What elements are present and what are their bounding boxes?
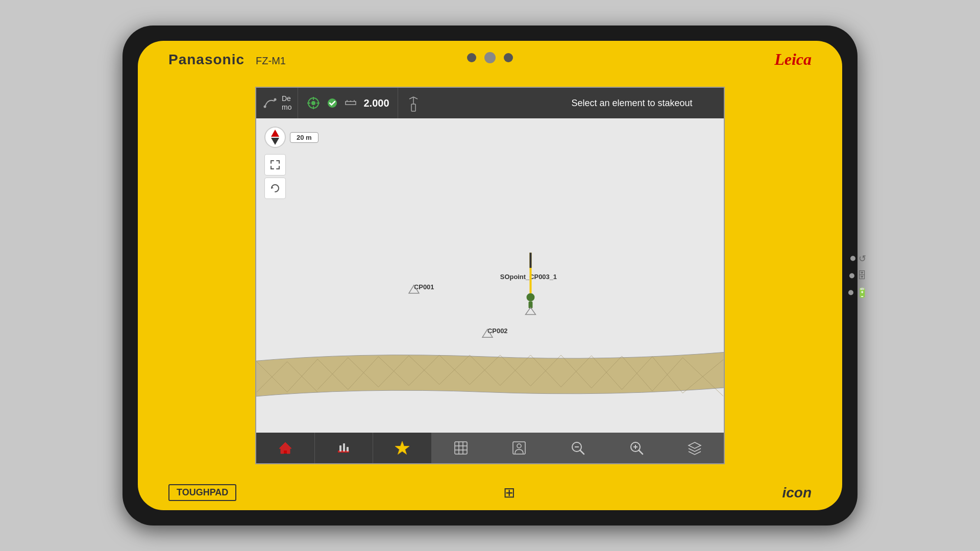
svg-rect-51	[339, 445, 341, 452]
windows-icon: ⊞	[503, 484, 515, 501]
brand-panasonic: Panasonic	[168, 52, 244, 68]
svg-point-1	[274, 98, 277, 101]
zoom-in-button[interactable]	[607, 433, 666, 463]
sopoint-label: SOpoint_CP003_1	[500, 273, 557, 281]
route-icon	[262, 95, 278, 111]
grid-button[interactable]	[432, 433, 491, 463]
stakeout-text: Select an element to stakeout	[571, 98, 692, 109]
scale-bar: 20 m	[290, 132, 318, 143]
map-area[interactable]: CP001 SOpoint_CP003_1	[256, 118, 724, 433]
svg-point-0	[264, 106, 266, 108]
svg-point-8	[328, 98, 337, 108]
check-icon	[327, 97, 338, 109]
battery-indicator-icon: 🔋	[856, 287, 868, 298]
svg-rect-13	[411, 104, 415, 111]
demo-label: De mo	[282, 94, 291, 112]
north-arrow-down	[271, 138, 279, 145]
refresh-button[interactable]	[264, 178, 286, 199]
stakeout-message-box: Select an element to stakeout	[540, 88, 724, 118]
svg-line-15	[409, 97, 413, 99]
brand-leica: Leica	[774, 50, 812, 69]
stakeout-button[interactable]	[491, 433, 549, 463]
toolbar-gps-section: 2.000	[298, 88, 398, 118]
svg-rect-49	[284, 450, 287, 454]
model-name: FZ-M1	[256, 55, 286, 67]
map-svg: CP001 SOpoint_CP003_1	[256, 118, 724, 433]
svg-line-16	[413, 97, 418, 99]
svg-rect-9	[346, 102, 356, 105]
terrain-group	[256, 352, 724, 397]
toughpad-label: TOUGHPAD	[168, 484, 236, 501]
database-indicator-icon: 🗄	[857, 270, 867, 281]
right-indicators: ↺ 🗄 🔋	[848, 253, 868, 298]
indicator-dot-3	[848, 290, 853, 295]
north-circle	[264, 127, 286, 148]
map-controls	[264, 154, 286, 199]
screen: De mo	[255, 87, 725, 464]
svg-point-60	[517, 444, 521, 448]
svg-point-7	[311, 101, 315, 105]
toolbar-signal-section	[398, 88, 429, 118]
bottom-toolbar	[256, 433, 724, 463]
surveyor-head	[527, 293, 535, 302]
north-arrow-up	[271, 130, 279, 137]
toolbar-demo-section: De mo	[256, 88, 298, 118]
indicator-dot-1	[850, 256, 855, 261]
tablet-bottom-bar: TOUGHPAD ⊞ icon	[138, 484, 842, 501]
zoom-out-button[interactable]	[549, 433, 607, 463]
tablet-body: Panasonic FZ-M1 Leica De mo	[138, 41, 842, 510]
signal-icon	[406, 94, 421, 112]
favorites-button[interactable]	[373, 433, 432, 463]
svg-line-63	[580, 450, 584, 455]
tablet-top-bar: Panasonic FZ-M1 Leica	[138, 46, 842, 73]
layers-button[interactable]	[666, 433, 724, 463]
scale-icon	[344, 96, 357, 110]
svg-rect-52	[343, 443, 345, 452]
svg-rect-54	[455, 442, 467, 454]
svg-rect-53	[347, 447, 349, 452]
tablet-device: Panasonic FZ-M1 Leica De mo	[122, 26, 857, 525]
fullscreen-button[interactable]	[264, 154, 286, 176]
scale-value: 2.000	[363, 97, 389, 109]
gps-icon	[306, 96, 321, 110]
icon-brand-label: icon	[782, 485, 812, 501]
home-button[interactable]	[256, 433, 315, 463]
tools-button[interactable]	[315, 433, 374, 463]
refresh-indicator-icon: ↺	[859, 253, 866, 264]
svg-line-67	[639, 450, 643, 455]
north-arrow-area: 20 m	[264, 127, 318, 148]
indicator-dot-2	[849, 273, 854, 278]
top-toolbar: De mo	[256, 88, 724, 118]
